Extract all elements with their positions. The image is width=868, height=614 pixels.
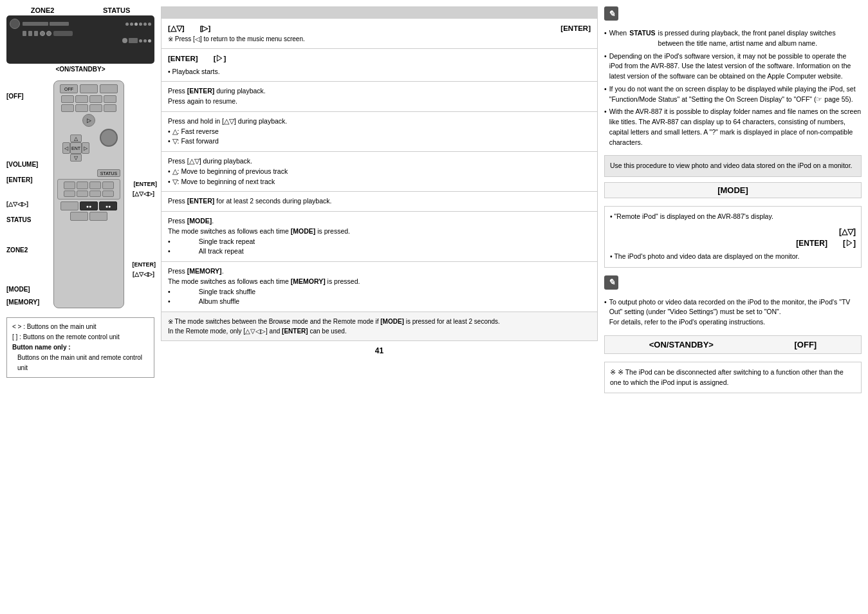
standby-title: <ON/STANDBY>	[649, 340, 714, 349]
instr-body-4c: • ▽: Fast forward	[168, 136, 591, 147]
note-icon-1: ✎	[604, 6, 618, 21]
instr-body-8c: • Single track shuffle	[168, 287, 591, 297]
right-note-item-1: When STATUS is pressed during playback, …	[604, 28, 862, 49]
instr-row-7: Press [MODE]. The mode switches as follo…	[162, 212, 597, 262]
instr-row-1: [△▽] [▷] [ENTER] ※ Press [◁] to return t…	[162, 19, 597, 49]
instr-body-7a: Press [MODE].	[168, 216, 591, 227]
instr-row-5: Press [△▽] during playback. • △: Move to…	[162, 152, 597, 192]
instr-row-6: Press [ENTER] for at least 2 seconds dur…	[162, 192, 597, 212]
instr-header-2: [ENTER] [▷]	[168, 53, 591, 64]
enter-label: [ENTER]	[6, 176, 33, 183]
right-note-block-1: When STATUS is pressed during playback, …	[604, 28, 862, 150]
instr-body-2: • Playback starts.	[168, 67, 591, 77]
instr-body-8a: Press [MEMORY].	[168, 266, 591, 277]
legend-box: < > : Buttons on the main unit [ ] : But…	[6, 317, 154, 378]
mid-top-bar	[161, 6, 598, 18]
right-note-item-5: To output photo or video data recorded o…	[604, 297, 862, 328]
instr-body-4a: Press and hold in [△▽] during playback.	[168, 116, 591, 127]
mode-section-content: • "Remote iPod" is displayed on the AVR-…	[604, 206, 862, 268]
gray-box: Use this procedure to view photo and vid…	[604, 155, 862, 177]
mode-section-title: [MODE]	[604, 182, 862, 198]
instr-header-right-1: [ENTER]	[560, 23, 591, 34]
instr-row-8: Press [MEMORY]. The mode switches as fol…	[162, 262, 597, 312]
instr-header-left-1: [△▽] [▷]	[168, 23, 210, 34]
instr-body-7d: • All track repeat	[168, 247, 591, 257]
mode-buttons: [△▽] [ENTER] [▷]	[610, 226, 856, 249]
instr-row-2: [ENTER] [▷] • Playback starts.	[162, 49, 597, 82]
instr-body-7b: The mode switches as follows each time […	[168, 227, 591, 237]
standby-off-header: <ON/STANDBY> [OFF]	[604, 335, 862, 354]
legend-line1: < > : Buttons on the main unit	[12, 322, 149, 332]
instr-body-5c: • ▽: Move to beginning of next track	[168, 177, 591, 187]
status-label-top: STATUS	[103, 6, 130, 14]
memory-label: [MEMORY]	[6, 299, 39, 306]
right-column: ✎ When STATUS is pressed during playback…	[604, 6, 862, 608]
zone2-remote-label: ZONE2	[6, 247, 28, 254]
right-note-item-2: Depending on the iPod's software version…	[604, 51, 862, 82]
instr-row-9: ※ The mode switches between the Browse m…	[162, 312, 597, 340]
status-label: STATUS	[6, 216, 32, 223]
instr-row-4: Press and hold in [△▽] during playback. …	[162, 112, 597, 152]
standby-label: <ON/STANDBY>	[6, 66, 154, 73]
volume-label: [VOLUME]	[6, 161, 38, 168]
instr-body-8d: • Album shuffle	[168, 297, 591, 307]
legend-line3: Buttons on the main unit and remote cont…	[12, 353, 149, 373]
button-note: • The iPod's photo and video data are di…	[610, 252, 856, 262]
note-icon-2: ✎	[604, 275, 618, 290]
right-note-item-4: With the AVR-887 it is possible to displ…	[604, 107, 862, 147]
instr-row-3: Press [ENTER] during playback. Press aga…	[162, 82, 597, 112]
mode-label: [MODE]	[6, 286, 30, 293]
legend-line2: [ ] : Buttons on the remote control unit	[12, 332, 149, 342]
zone2-label: ZONE2	[31, 6, 55, 14]
legend-bold: Button name only :	[12, 342, 71, 353]
instr-note-9: ※ The mode switches between the Browse m…	[168, 317, 591, 336]
instr-body-5b: • △: Move to beginning of previous track	[168, 167, 591, 177]
instr-body-3a: Press [ENTER] during playback.	[168, 86, 591, 97]
instructions-wrapper: [△▽] [▷] [ENTER] ※ Press [◁] to return t…	[161, 18, 598, 341]
middle-column: [△▽] [▷] [ENTER] ※ Press [◁] to return t…	[161, 6, 598, 608]
instr-body-6: Press [ENTER] for at least 2 seconds dur…	[168, 196, 591, 207]
instr-note-1: ※ Press [◁] to return to the music menu …	[168, 34, 591, 44]
left-column: ZONE2 STATUS	[6, 6, 154, 608]
instr-body-8b: The mode switches as follows each time […	[168, 277, 591, 287]
instr-body-3b: Press again to resume.	[168, 97, 591, 107]
page-number: 41	[161, 346, 598, 355]
standby-note-text: ※ The iPod can be disconnected after swi…	[610, 368, 844, 386]
instr-body-4b: • △: Fast reverse	[168, 127, 591, 137]
off-label: [OFF]	[6, 93, 24, 100]
gray-box-text: Use this procedure to view photo and vid…	[610, 162, 853, 169]
right-note-item-3: If you do not want the on screen display…	[604, 84, 862, 105]
right-note-block-2: To output photo or video data recorded o…	[604, 297, 862, 330]
arrow-label: [△▽◁▷]	[6, 201, 28, 207]
standby-note: ※ ※ The iPod can be disconnected after s…	[604, 362, 862, 394]
off-title: [OFF]	[795, 340, 817, 349]
mode-note: • "Remote iPod" is displayed on the AVR-…	[610, 212, 856, 222]
instr-body-5a: Press [△▽] during playback.	[168, 156, 591, 167]
instr-body-7c: • Single track repeat	[168, 237, 591, 247]
instr-header-1: [△▽] [▷] [ENTER]	[168, 23, 591, 34]
